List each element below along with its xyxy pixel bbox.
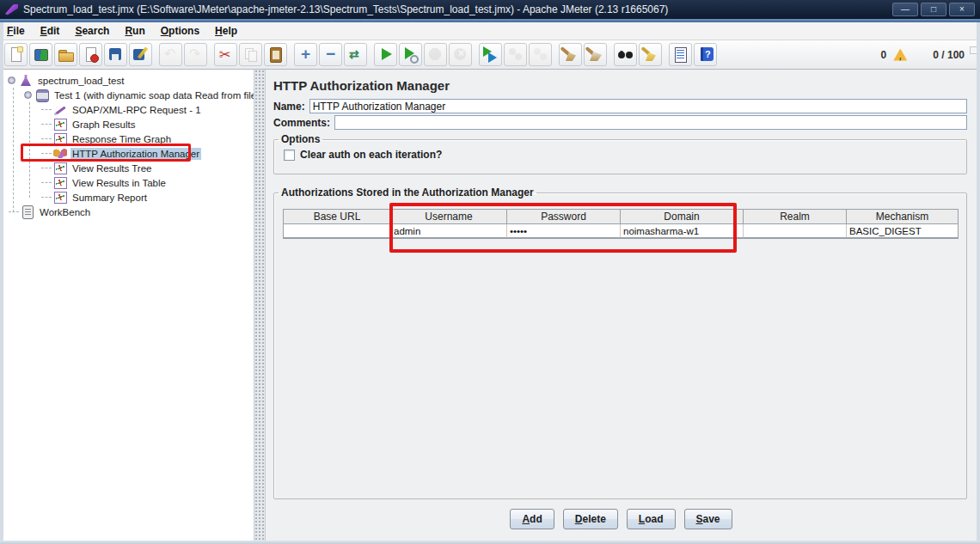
menu-search[interactable]: Search: [75, 25, 109, 37]
delete-button[interactable]: Delete: [563, 509, 618, 529]
save-button[interactable]: Save: [684, 509, 732, 529]
toolbar-cut-button[interactable]: [214, 43, 237, 66]
name-label: Name:: [273, 101, 305, 113]
minimize-button[interactable]: —: [892, 3, 918, 16]
error-count[interactable]: 0: [881, 49, 887, 61]
toolbar-search-reset-button[interactable]: [639, 43, 662, 66]
name-input[interactable]: [309, 99, 967, 113]
tree-connector: [41, 182, 52, 183]
tree-item-summary-report[interactable]: Summary Report: [3, 190, 254, 205]
toolbar-status: 0 ! 0 / 100: [881, 49, 977, 61]
test-plan-tree: spectrum_load_testTest 1 (with diynamic …: [3, 70, 254, 541]
column-header-base-url[interactable]: Base URL: [284, 210, 391, 224]
comments-input[interactable]: [334, 115, 967, 130]
window-controls: —□×: [892, 3, 975, 16]
tree-item-view-results-tree[interactable]: View Results Tree: [3, 161, 254, 175]
menu-edit[interactable]: Edit: [40, 25, 60, 37]
clear-auth-label: Clear auth on each iteration?: [300, 149, 442, 161]
toolbar-template-button[interactable]: [29, 43, 52, 66]
cell-domain[interactable]: noimasharma-w1: [621, 224, 744, 238]
tree-item-view-results-in-table[interactable]: View Results in Table: [3, 175, 254, 190]
template-icon: [32, 46, 50, 64]
toolbar-save-as-button[interactable]: [129, 43, 152, 66]
toolbar-search-button[interactable]: [614, 43, 637, 66]
split-pane-divider[interactable]: [254, 70, 266, 541]
cell-mechanism[interactable]: BASIC_DIGEST: [847, 224, 958, 238]
toolbar-collapse-button[interactable]: [319, 43, 342, 66]
menu-bar: FileEditSearchRunOptionsHelp: [0, 22, 980, 40]
help-icon: [696, 46, 714, 64]
tree-item-soap-xml-rpc-request-1[interactable]: SOAP/XML-RPC Request - 1: [3, 102, 254, 117]
tree-item-label: Summary Report: [70, 192, 149, 204]
start-icon: [377, 46, 395, 64]
maximize-button[interactable]: □: [921, 3, 946, 16]
menu-file[interactable]: File: [7, 25, 25, 37]
toolbar-shutdown-button: [449, 43, 472, 66]
expand-icon: [297, 46, 315, 64]
cell-realm[interactable]: [744, 224, 847, 238]
close-icon: [82, 46, 100, 64]
window-frame-bottom: [0, 541, 980, 544]
toolbar-close-button[interactable]: [79, 43, 102, 66]
page-title: HTTP Authorization Manager: [273, 78, 450, 93]
toolbar-open-button[interactable]: [54, 43, 77, 66]
add-button[interactable]: Add: [510, 509, 554, 529]
authorizations-group: Authorizations Stored in the Authorizati…: [273, 186, 967, 499]
table-row[interactable]: admin•••••noimasharma-w1BASIC_DIGEST: [284, 224, 958, 238]
column-header-password[interactable]: Password: [507, 210, 621, 224]
clear-icon: [561, 46, 579, 64]
column-header-username[interactable]: Username: [391, 210, 507, 224]
tree-expand-handle[interactable]: [24, 91, 32, 99]
load-button[interactable]: Load: [627, 509, 676, 529]
toolbar-start-button[interactable]: [374, 43, 397, 66]
toolbar-new-button[interactable]: [4, 43, 28, 66]
toolbar-toggle-button[interactable]: [344, 43, 367, 66]
toggle-icon: [346, 46, 364, 64]
tree-item-workbench[interactable]: WorkBench: [3, 205, 254, 219]
toolbar-remote-shutdown-all-button: [529, 43, 552, 66]
toolbar-separator: [663, 43, 668, 66]
menu-options[interactable]: Options: [161, 25, 199, 37]
window-frame-left: [0, 22, 3, 544]
toolbar-expand-button[interactable]: [294, 43, 317, 66]
toolbar-separator: [208, 43, 213, 66]
toolbar-clear-all-button[interactable]: [584, 43, 607, 66]
tree-item-response-time-graph[interactable]: Response Time Graph: [3, 131, 254, 146]
listener-icon: [53, 176, 67, 189]
toolbar-start-no-timers-button[interactable]: [399, 43, 422, 66]
tree-item-test-1-with-diynamic-soap-data-read-from-file[interactable]: Test 1 (with diynamic soap data Read fro…: [3, 88, 254, 102]
tree-item-spectrum-load-test[interactable]: spectrum_load_test: [3, 73, 254, 88]
toolbar-function-helper-button[interactable]: [669, 43, 692, 66]
soap-request-icon: [53, 103, 67, 116]
cell-password[interactable]: •••••: [507, 224, 621, 238]
auth-manager-icon: [53, 147, 67, 160]
column-header-domain[interactable]: Domain: [621, 210, 744, 224]
jmeter-window: Spectrum_load_test.jmx (E:\Software\JMet…: [0, 0, 980, 544]
toolbar-remote-start-all-button[interactable]: [479, 43, 502, 66]
listener-icon: [53, 191, 67, 204]
authorizations-table[interactable]: Base URLUsernamePasswordDomainRealmMecha…: [283, 209, 959, 239]
tree-item-http-authorization-manager[interactable]: HTTP Authorization Manager: [3, 146, 254, 161]
toolbar-paste-button[interactable]: [264, 43, 287, 66]
thread-group-icon: [35, 89, 49, 101]
toolbar-save-button[interactable]: [104, 43, 127, 66]
toolbar-separator: [608, 43, 613, 66]
clear-all-icon: [586, 46, 604, 64]
cell-base-url[interactable]: [284, 224, 391, 238]
column-header-realm[interactable]: Realm: [744, 210, 847, 224]
clear-auth-checkbox[interactable]: [284, 150, 295, 161]
tree-item-graph-results[interactable]: Graph Results: [3, 117, 254, 131]
tree-expand-handle[interactable]: [8, 76, 15, 84]
save-as-icon: [132, 46, 150, 64]
warning-icon: !: [893, 49, 907, 61]
toolbar-help-button[interactable]: [694, 43, 717, 66]
tree-connector: [41, 124, 52, 125]
menu-run[interactable]: Run: [125, 25, 144, 37]
column-header-mechanism[interactable]: Mechanism: [847, 210, 958, 224]
cell-username[interactable]: admin: [391, 224, 507, 238]
new-icon: [7, 46, 25, 64]
title-bar[interactable]: Spectrum_load_test.jmx (E:\Software\JMet…: [0, 0, 980, 19]
close-button[interactable]: ×: [949, 3, 975, 16]
toolbar-clear-button[interactable]: [559, 43, 582, 66]
menu-help[interactable]: Help: [215, 25, 237, 37]
